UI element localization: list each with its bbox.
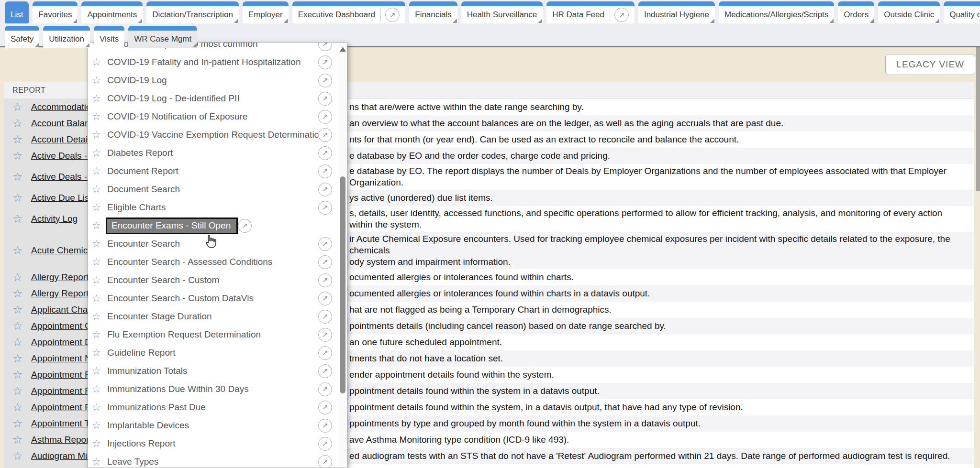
favorite-star-icon[interactable]: ☆ bbox=[92, 311, 103, 322]
open-report-icon[interactable]: ↗ bbox=[318, 419, 332, 433]
favorite-star-icon[interactable]: ☆ bbox=[92, 202, 103, 213]
open-report-icon[interactable]: ↗ bbox=[318, 201, 332, 215]
menu-item-immunizations-due-within-30-days[interactable]: ☆Immunizations Due Within 30 Days↗ bbox=[88, 380, 339, 398]
report-link[interactable]: Asthma Report bbox=[31, 435, 92, 445]
menu-item-immunizations-past-due[interactable]: ☆Immunizations Past Due↗ bbox=[88, 398, 339, 416]
favorite-star-icon[interactable]: ☆ bbox=[12, 303, 31, 316]
tab-industrial-hygiene[interactable]: Industrial Hygiene bbox=[638, 1, 715, 23]
external-link-icon[interactable]: ↗ bbox=[385, 8, 400, 22]
report-link[interactable]: Appointment Re bbox=[31, 370, 96, 380]
tab-appointments[interactable]: Appointments bbox=[81, 1, 143, 23]
favorite-star-icon[interactable]: ☆ bbox=[92, 456, 103, 468]
report-link[interactable]: Allergy Report - bbox=[31, 288, 94, 299]
favorite-star-icon[interactable]: ☆ bbox=[12, 100, 31, 114]
menu-item-immunization-totals[interactable]: ☆Immunization Totals↗ bbox=[88, 362, 339, 380]
open-report-icon[interactable]: ↗ bbox=[318, 273, 332, 287]
menu-item-covid-19-vaccine-exemption-request-determination[interactable]: ☆COVID-19 Vaccine Exemption Request Dete… bbox=[88, 126, 339, 144]
favorite-star-icon[interactable]: ☆ bbox=[12, 244, 31, 257]
favorite-star-icon[interactable]: ☆ bbox=[92, 347, 103, 359]
report-link[interactable]: Accommodatio bbox=[31, 102, 91, 112]
tab-list[interactable]: List bbox=[5, 1, 29, 23]
favorite-star-icon[interactable]: ☆ bbox=[12, 401, 31, 414]
tab-utilization[interactable]: Utilization bbox=[43, 26, 90, 48]
menu-item-encounter-stage-duration[interactable]: ☆Encounter Stage Duration↗ bbox=[88, 307, 339, 326]
tab-wr-case-mgmt[interactable]: WR Case Mgmt bbox=[128, 26, 197, 48]
tab-quality-of-care[interactable]: Quality of Care bbox=[944, 1, 980, 23]
menu-item-document-report[interactable]: ☆Document Report↗ bbox=[88, 162, 339, 180]
report-link[interactable]: Applicant Chart bbox=[31, 305, 93, 315]
favorite-star-icon[interactable]: ☆ bbox=[12, 149, 31, 163]
menu-item-leave-types[interactable]: ☆Leave Types↗ bbox=[88, 453, 339, 468]
menu-item-covid-19-log[interactable]: ☆COVID-19 Log↗ bbox=[88, 71, 339, 89]
open-report-icon[interactable]: ↗ bbox=[318, 255, 332, 269]
favorite-star-icon[interactable]: ☆ bbox=[12, 433, 31, 446]
menu-item-diabetes-report[interactable]: ☆Diabetes Report↗ bbox=[88, 144, 339, 162]
favorite-star-icon[interactable]: ☆ bbox=[92, 365, 103, 377]
report-link[interactable]: Appointment Du bbox=[31, 337, 96, 348]
menu-item-encounter-search-custom[interactable]: ☆Encounter Search - Custom↗ bbox=[88, 271, 339, 289]
report-link[interactable]: Appointment Ca bbox=[31, 321, 96, 331]
report-link[interactable]: Appointment Re bbox=[31, 402, 96, 413]
open-report-icon[interactable]: ↗ bbox=[318, 364, 332, 378]
open-report-icon[interactable]: ↗ bbox=[318, 310, 332, 324]
menu-item-eligible-charts[interactable]: ☆Eligible Charts↗ bbox=[88, 198, 339, 217]
menu-item-covid-19-notification-of-exposure[interactable]: ☆COVID-19 Notification of Exposure↗ bbox=[88, 108, 339, 126]
open-report-icon[interactable]: ↗ bbox=[318, 92, 332, 106]
open-report-icon[interactable]: ↗ bbox=[318, 55, 332, 69]
favorite-star-icon[interactable]: ☆ bbox=[92, 238, 103, 250]
favorite-star-icon[interactable]: ☆ bbox=[92, 329, 103, 340]
favorite-star-icon[interactable]: ☆ bbox=[92, 75, 103, 86]
tab-favorites[interactable]: Favorites bbox=[33, 1, 78, 23]
report-link[interactable]: Allergy Report bbox=[31, 272, 89, 283]
tab-executive-dashboard[interactable]: Executive Dashboard↗ bbox=[292, 1, 406, 23]
menu-item-guideline-report[interactable]: ☆Guideline Report↗ bbox=[88, 344, 339, 362]
open-report-icon[interactable]: ↗ bbox=[318, 455, 332, 468]
favorite-star-icon[interactable]: ☆ bbox=[92, 274, 103, 286]
favorite-star-icon[interactable]: ☆ bbox=[12, 417, 31, 430]
report-link[interactable]: Account Balanc bbox=[31, 118, 94, 129]
report-link[interactable]: Activity Log bbox=[31, 214, 78, 224]
report-link[interactable]: Appointment Ty bbox=[31, 418, 94, 429]
open-report-icon[interactable]: ↗ bbox=[318, 237, 332, 251]
favorite-star-icon[interactable]: ☆ bbox=[92, 184, 103, 195]
favorite-star-icon[interactable]: ☆ bbox=[12, 133, 31, 146]
page-scrollbar-thumb[interactable] bbox=[976, 47, 980, 191]
favorite-star-icon[interactable]: ☆ bbox=[12, 336, 31, 349]
open-report-icon[interactable]: ↗ bbox=[318, 328, 332, 342]
favorite-star-icon[interactable]: ☆ bbox=[12, 191, 31, 205]
tab-medications-allergies-scripts[interactable]: Medications/Allergies/Scripts bbox=[719, 1, 834, 23]
tab-safety[interactable]: Safety bbox=[5, 26, 39, 48]
tab-visits[interactable]: Visits bbox=[94, 26, 124, 48]
favorite-star-icon[interactable]: ☆ bbox=[12, 117, 31, 130]
menu-item-flu-exemption-request-determination[interactable]: ☆Flu Exemption Request Determination↗ bbox=[88, 326, 339, 344]
open-report-icon[interactable]: ↗ bbox=[318, 110, 332, 124]
open-report-icon[interactable]: ↗ bbox=[238, 219, 252, 233]
open-report-icon[interactable]: ↗ bbox=[318, 401, 332, 414]
favorite-star-icon[interactable]: ☆ bbox=[92, 147, 103, 159]
favorite-star-icon[interactable]: ☆ bbox=[12, 449, 31, 463]
favorite-star-icon[interactable]: ☆ bbox=[92, 165, 103, 177]
legacy-view-button[interactable]: LEGACY VIEW bbox=[885, 54, 975, 75]
menu-scrollbar-thumb[interactable] bbox=[340, 176, 345, 393]
report-link[interactable]: Appointment Re bbox=[31, 386, 96, 396]
open-report-icon[interactable]: ↗ bbox=[318, 146, 332, 160]
tab-dictation-transcription[interactable]: Dictation/Transcription bbox=[146, 1, 239, 23]
report-link[interactable]: Active Due List bbox=[31, 193, 92, 203]
menu-item-encounter-exams-still-open[interactable]: ☆Encounter Exams - Still Open↗ bbox=[88, 217, 339, 235]
favorite-star-icon[interactable]: ☆ bbox=[92, 93, 103, 104]
tab-employer[interactable]: Employer bbox=[243, 1, 289, 23]
favorite-star-icon[interactable]: ☆ bbox=[12, 271, 31, 284]
open-report-icon[interactable]: ↗ bbox=[318, 292, 332, 305]
favorite-star-icon[interactable]: ☆ bbox=[92, 420, 103, 431]
menu-scrollbar[interactable] bbox=[339, 43, 347, 468]
menu-item-covid-19-log-de-identified-pii[interactable]: ☆COVID-19 Log - De-identified PII↗ bbox=[88, 89, 339, 108]
favorite-star-icon[interactable]: ☆ bbox=[12, 319, 31, 333]
favorite-star-icon[interactable]: ☆ bbox=[12, 368, 31, 381]
open-report-icon[interactable]: ↗ bbox=[318, 183, 332, 196]
tab-hr-data-feed[interactable]: HR Data Feed↗ bbox=[546, 1, 635, 23]
favorite-star-icon[interactable]: ☆ bbox=[92, 383, 103, 395]
open-report-icon[interactable]: ↗ bbox=[318, 128, 332, 142]
report-link[interactable]: Active Deals - S bbox=[31, 172, 96, 182]
menu-item-implantable-devices[interactable]: ☆Implantable Devices↗ bbox=[88, 416, 339, 435]
open-report-icon[interactable]: ↗ bbox=[318, 346, 332, 360]
